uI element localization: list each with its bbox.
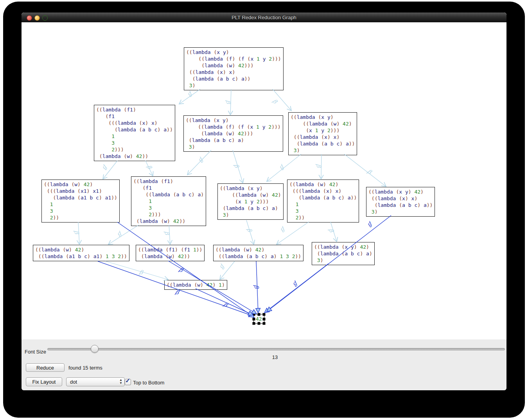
term-3[interactable]: ((lambda (x y) ((lambda (f) (f (x 1 y 2)… [183,115,283,152]
checkmark-icon: ✓ [125,377,130,384]
reduce-button[interactable]: Reduce [26,363,65,372]
stepper-arrows-icon: ▲▼ [119,379,122,385]
term-9[interactable]: ((lambda (x y) 42) ((lambda (x) x) (lamb… [366,187,435,217]
term-text: ((lambda (x y) 42) (lambda (a b c) a) 3) [312,242,374,265]
reduction-edge [233,150,243,183]
top-to-bottom-label: Top to Bottom [133,380,164,386]
beta-edge-label: β [222,301,229,309]
reduction-edge [330,222,337,242]
reduction-edge [187,150,211,175]
selection-handle[interactable] [257,322,260,325]
beta-edge-label: β [271,98,279,105]
beta-edge-label: β [315,164,322,168]
term-text: ((lambda (x y) ((lambda (w) 42) (x 1 y 2… [289,113,357,155]
beta-edge-label: β [218,263,226,271]
font-size-label: Font Size [25,349,46,355]
font-size-value: 13 [267,354,283,360]
reduction-edge [169,225,170,244]
term-14[interactable]: ((lambda (w) 42) 1) [164,280,227,290]
term-text: ((lambda (w) 42) ((lambda (a1 b c) a1) 1… [33,245,129,261]
term-text: ((lambda (w) 42) ((lambda (a b c) a) 1 3… [214,245,303,261]
selection-handle[interactable] [262,313,265,316]
reduction-edge [277,222,309,244]
selection-handle[interactable] [262,322,265,325]
reduction-edge [267,154,301,181]
beta-edge-label: β [246,227,253,233]
term-text: ((lambda (x y) 42) ((lambda (x) x) (lamb… [366,187,435,216]
graph-canvas[interactable]: ββββββββββββββββββββββββ ((lambda (x y) … [22,22,506,339]
selection-handle[interactable] [262,318,265,320]
term-1[interactable]: ((lambda (x y) ((lambda (f) (f (x 1 y 2)… [184,47,284,90]
screen-background: PLT Redex Reduction Graph ββββββββββββββ… [0,0,528,420]
term-11[interactable]: ((lambda (f1) (f1 1)) (lambda (w) 42)) [136,245,205,261]
beta-edge-label: β [101,164,109,171]
term-6[interactable]: ((lambda (f1) (f1 ((lambda (a b c) a) 1 … [131,176,206,226]
layout-select-value: dot [70,379,77,385]
beta-edge-label: β [366,168,374,176]
beta-edge-label: β [145,164,154,171]
term-2[interactable]: ((lambda (f1) (f1 (((lambda (x) x) (lamb… [94,105,175,161]
title-bar[interactable]: PLT Redex Reduction Graph [22,13,506,23]
term-4[interactable]: ((lambda (x y) ((lambda (w) 42) (x 1 y 2… [288,112,357,155]
window-title: PLT Redex Reduction Graph [22,14,506,20]
term-13[interactable]: ((lambda (x y) 42) (lambda (a b c) a) 3) [312,242,375,265]
beta-edge-label: β [73,230,81,235]
reduction-edge [106,261,168,280]
term-text: ((lambda (w) 42) (((lambda (x1) x1) (lam… [42,180,119,222]
fix-layout-button[interactable]: Fix Layout [26,377,62,386]
beta-edge-label: β [178,266,185,274]
reduction-edge [117,222,254,317]
beta-edge-label: β [292,280,299,288]
beta-edge-label: β [187,90,194,98]
term-text: ((lambda (f1) (f1 ((lambda (a b c) a) 1 … [131,177,206,226]
reduction-edge [321,154,321,179]
term-5[interactable]: ((lambda (w) 42) (((lambda (x1) x1) (lam… [41,179,120,223]
term-text: ((lambda (w) 42) (((lambda (x) x) (lambd… [287,180,359,222]
term-12[interactable]: ((lambda (w) 42) ((lambda (a b c) a) 1 3… [213,245,304,261]
font-size-slider[interactable] [47,348,505,350]
term-text: ((lambda (f1) (f1 1)) (lambda (w) 42)) [136,245,204,261]
term-7[interactable]: ((lambda (x y) ((lambda (w) 42) (x 1 y 2… [217,183,284,220]
beta-edge-label: β [197,156,205,164]
beta-edge-label: β [233,163,241,169]
term-15[interactable]: 42 [253,314,264,324]
beta-edge-label: β [327,228,335,233]
reduction-edge [78,222,79,244]
beta-edge-label: β [278,163,286,171]
reduction-edge [273,89,291,111]
term-text: ((lambda (x y) ((lambda (f) (f (x 1 y 2)… [184,116,283,151]
beta-edge-label: β [366,221,374,228]
term-10[interactable]: ((lambda (w) 42) ((lambda (a1 b c) a1) 1… [33,245,129,261]
beta-edge-label: β [253,285,260,289]
layout-select[interactable]: dot ▲▼ [66,377,125,386]
term-8[interactable]: ((lambda (w) 42) (((lambda (x) x) (lambd… [287,179,359,223]
font-size-slider-thumb[interactable] [91,345,99,353]
control-panel: Font Size 13 Reduce found 15 terms Fix L… [22,339,506,390]
top-to-bottom-checkbox[interactable]: ✓ [125,379,131,385]
status-text: found 15 terms [68,365,102,371]
beta-edge-label: β [116,230,123,239]
reduction-edge [179,89,200,104]
beta-edge-label: β [163,231,171,235]
selection-handle[interactable] [257,313,260,316]
beta-edge-label: β [138,268,144,276]
reduction-edge [145,161,153,176]
selection-handle[interactable] [253,322,255,325]
term-text: ((lambda (x y) ((lambda (f) (f (x 1 y 2)… [184,48,283,90]
beta-edge-label: β [225,100,232,104]
term-text: ((lambda (x y) ((lambda (w) 42) (x 1 y 2… [218,184,283,219]
beta-edge-label: β [279,226,287,233]
reduction-edge [256,261,258,312]
term-text: ((lambda (w) 42) 1) [165,280,227,289]
app-window: PLT Redex Reduction Graph ββββββββββββββ… [22,13,506,390]
selection-handle[interactable] [253,313,255,316]
selection-handle[interactable] [253,318,255,320]
term-text: ((lambda (f1) (f1 (((lambda (x) x) (lamb… [94,105,175,161]
reduction-edge [108,225,139,244]
reduction-edge [196,289,253,315]
reduction-edge [230,89,231,115]
reduction-edge [220,261,235,280]
reduction-edge [246,220,254,244]
reduction-edge [103,161,117,179]
reduction-edge [265,264,329,312]
